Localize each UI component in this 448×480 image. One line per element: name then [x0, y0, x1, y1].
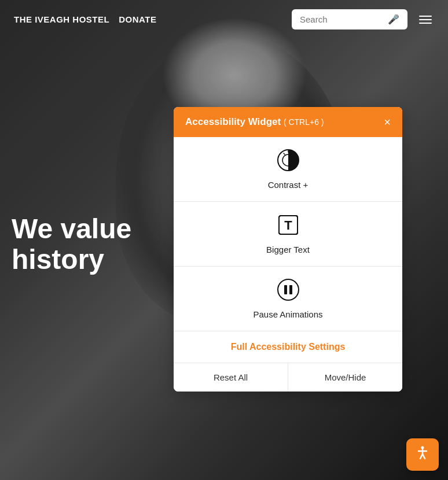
bigger-text-icon: T	[277, 213, 300, 240]
reset-all-button[interactable]: Reset All	[174, 363, 288, 392]
hamburger-menu-icon[interactable]	[417, 13, 434, 26]
hero-line2: history	[12, 245, 131, 275]
widget-body: Contrast + T Bigger Text	[174, 137, 402, 392]
widget-header: Accessibility Widget ( CTRL+6 ) ×	[174, 107, 402, 137]
navbar: THE IVEAGH HOSTEL DONATE 🎤	[0, 0, 448, 39]
svg-rect-6	[284, 285, 287, 294]
search-input[interactable]	[300, 14, 383, 24]
search-box[interactable]: 🎤	[292, 9, 407, 29]
full-settings-label: Full Accessibility Settings	[231, 342, 346, 352]
move-hide-button[interactable]: Move/Hide	[288, 363, 402, 392]
pause-animations-label: Pause Animations	[253, 309, 322, 319]
accessibility-widget: Accessibility Widget ( CTRL+6 ) × Contra…	[174, 107, 402, 392]
widget-shortcut: ( CTRL+6 )	[284, 117, 324, 127]
full-accessibility-settings-link[interactable]: Full Accessibility Settings	[174, 331, 402, 363]
contrast-icon	[277, 149, 300, 175]
widget-close-button[interactable]: ×	[384, 116, 391, 128]
widget-item-bigger-text[interactable]: T Bigger Text	[174, 202, 402, 267]
accessibility-fab-icon	[414, 445, 431, 465]
microphone-icon[interactable]: 🎤	[388, 14, 399, 25]
svg-rect-7	[289, 285, 292, 294]
svg-point-5	[278, 279, 299, 300]
donate-link[interactable]: DONATE	[119, 14, 156, 24]
widget-item-contrast[interactable]: Contrast +	[174, 137, 402, 202]
hero-text: We value history	[0, 214, 131, 275]
svg-line-12	[423, 454, 425, 459]
pause-animations-icon	[277, 278, 300, 305]
widget-title: Accessibility Widget ( CTRL+6 )	[185, 116, 324, 128]
contrast-label: Contrast +	[268, 180, 309, 190]
svg-text:T: T	[284, 218, 292, 232]
widget-footer: Reset All Move/Hide	[174, 363, 402, 392]
site-title: THE IVEAGH HOSTEL	[14, 14, 109, 24]
bigger-text-label: Bigger Text	[266, 245, 310, 254]
accessibility-fab-button[interactable]	[406, 438, 439, 471]
hero-line1: We value	[12, 214, 131, 245]
widget-item-pause-animations[interactable]: Pause Animations	[174, 267, 402, 331]
